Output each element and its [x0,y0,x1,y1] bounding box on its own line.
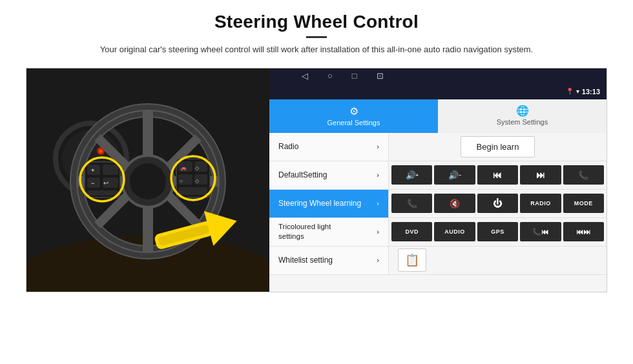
phone-end-btn[interactable]: 📞 [391,194,432,213]
menu-row-steering: Steering Wheel learning › 📞 🔇 ⏻ RADIO MO… [269,190,607,218]
radio-chevron-icon: › [377,143,379,150]
system-settings-icon: 🌐 [516,105,529,117]
gps-btn[interactable]: GPS [477,222,518,241]
menu-row-whitelist: Whitelist setting › 📋 [269,247,607,275]
svg-point-5 [99,149,103,153]
location-icon: 📍 [566,88,574,95]
menu-row-default: DefaultSetting › 🔊+ 🔊− ⏮ ⏭ 📞 [269,161,607,190]
menu-tricolour-label: Tricoloured lightsettings [278,222,331,241]
menu-item-whitelist[interactable]: Whitelist setting › [269,247,389,274]
audio-btn[interactable]: AUDIO [434,222,475,241]
mode-btn[interactable]: MODE [563,194,604,213]
steering-wheel-svg: + − ↩ 🚗 ◇ ○ ◇ [26,68,269,292]
phone-answer-btn[interactable]: 📞 [563,165,604,185]
ctrl-row1-panel: 🔊+ 🔊− ⏮ ⏭ 📞 [389,161,607,189]
whitelist-controls-panel: 📋 [389,247,607,274]
file-icon: 📋 [405,253,419,267]
svg-text:◇: ◇ [195,165,200,171]
page-subtitle: Your original car's steering wheel contr… [100,43,533,56]
tab-system-settings[interactable]: 🌐 System Settings [438,99,607,133]
page-wrapper: Steering Wheel Control Your original car… [0,0,633,364]
android-panel: ◁ ○ □ ⊡ 📍 ▾ 13:13 ⚙ General Settings [269,68,607,292]
svg-text:○: ○ [180,178,183,184]
begin-learn-panel: Begin learn [389,133,607,161]
ctrl-row2-grid: 📞 🔇 ⏻ RADIO MODE [391,194,604,213]
menu-item-steering[interactable]: Steering Wheel learning › [269,190,389,217]
tab-bar: ⚙ General Settings 🌐 System Settings [269,99,607,133]
status-bar: 📍 ▾ 13:13 [269,84,607,99]
wifi-icon: ▾ [576,88,579,95]
tab-general-label: General Settings [327,119,380,126]
page-title: Steering Wheel Control [100,12,533,32]
title-section: Steering Wheel Control Your original car… [100,12,533,64]
svg-text:−: − [91,180,94,187]
menu-item-radio[interactable]: Radio › [269,133,389,161]
ctrl-row2-panel: 📞 🔇 ⏻ RADIO MODE [389,190,607,217]
svg-point-18 [130,163,166,199]
dvd-btn[interactable]: DVD [391,222,432,241]
menu-radio-label: Radio [278,142,298,151]
menu-steering-label: Steering Wheel learning [278,199,361,208]
svg-text:+: + [91,167,94,174]
svg-text:🚗: 🚗 [180,165,187,171]
steering-chevron-icon: › [377,199,379,207]
mute-btn[interactable]: 🔇 [434,194,475,213]
power-btn[interactable]: ⏻ [477,194,518,213]
menu-row-tricolour: Tricoloured lightsettings › DVD AUDIO GP… [269,218,607,247]
vol-down-btn[interactable]: 🔊− [434,165,475,185]
recents-nav-icon[interactable]: □ [352,71,357,81]
svg-rect-33 [178,187,207,195]
content-area: + − ↩ 🚗 ◇ ○ ◇ [26,68,607,292]
menu-item-tricolour[interactable]: Tricoloured lightsettings › [269,218,389,246]
menu-nav-icon[interactable]: ⊡ [377,71,384,81]
title-divider [306,36,327,38]
status-time: 13:13 [582,88,600,96]
skip-end-btn[interactable]: ⏮⏭ [563,222,604,241]
menu-row-radio: Radio › Begin learn [269,133,607,161]
begin-learn-button[interactable]: Begin learn [461,136,535,157]
general-settings-icon: ⚙ [349,105,358,117]
whitelist-chevron-icon: › [377,256,379,264]
svg-rect-24 [87,190,118,196]
ctrl-row3-panel: DVD AUDIO GPS 📞⏮ ⏮⏭ [389,218,607,246]
menu-item-default[interactable]: DefaultSetting › [269,161,389,189]
ctrl-row1-grid: 🔊+ 🔊− ⏮ ⏭ 📞 [391,165,604,185]
file-icon-btn[interactable]: 📋 [398,248,426,272]
ctrl-row3-grid: DVD AUDIO GPS 📞⏮ ⏮⏭ [391,222,604,241]
svg-text:◇: ◇ [195,178,200,184]
vol-up-btn[interactable]: 🔊+ [391,165,432,185]
tricolour-chevron-icon: › [377,228,379,236]
car-image-panel: + − ↩ 🚗 ◇ ○ ◇ [26,68,269,292]
menu-whitelist-label: Whitelist setting [278,256,333,265]
default-chevron-icon: › [377,171,379,179]
back-nav-icon[interactable]: ◁ [302,71,308,81]
radio-btn[interactable]: RADIO [520,194,561,213]
nav-icons-bar: ◁ ○ □ ⊡ [269,68,607,84]
next-track-btn[interactable]: ⏭ [520,165,561,185]
tab-general-settings[interactable]: ⚙ General Settings [269,99,438,133]
svg-text:↩: ↩ [103,179,109,187]
phone-prev-btn[interactable]: 📞⏮ [520,222,561,241]
steering-wheel-container: + − ↩ 🚗 ◇ ○ ◇ [26,68,269,292]
home-nav-icon[interactable]: ○ [327,71,333,81]
tab-system-label: System Settings [497,118,548,126]
prev-track-btn[interactable]: ⏮ [477,165,518,185]
menu-list: Radio › Begin learn DefaultSetting › [269,133,607,292]
menu-default-label: DefaultSetting [278,170,327,179]
svg-rect-21 [103,165,118,175]
